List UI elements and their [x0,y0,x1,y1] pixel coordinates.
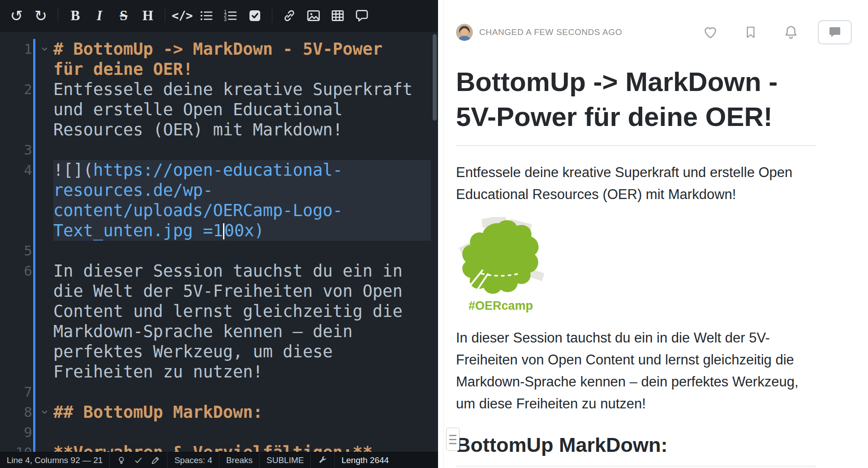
editor-line[interactable]: Content und lernst gleichzeitig die [0,301,438,321]
svg-text:3: 3 [224,17,227,22]
comment-icon [355,9,369,23]
ordered-list-icon: 123 [223,9,238,23]
doc-subheading: BottomUp MarkDown: [456,433,816,467]
task-list-icon [248,9,262,23]
editor-line[interactable]: für deine OER! [0,59,438,79]
redo-button[interactable]: ↻ [31,5,51,26]
unordered-list-icon [199,9,214,23]
doc-title: BottomUp -> MarkDown - 5V-Power für dein… [456,65,816,146]
toolbar-separator [58,9,58,22]
heading-icon: H [142,8,153,24]
fold-chevron-icon[interactable] [35,39,53,59]
open-comments-button[interactable] [818,20,852,44]
editor-line[interactable]: 4![](https://open-educational- [0,160,438,180]
editor-line[interactable]: perfektes Werkzeug, um diese [0,342,438,362]
redo-icon: ↻ [34,7,47,25]
statusbar-tools [109,452,167,468]
heading-button[interactable]: H [138,5,158,26]
preview-topbar: CHANGED A FEW SECONDS AGO [444,0,868,47]
cursor-position: Line 4, Columns 92 — 21 [0,452,109,468]
bold-button[interactable]: B [65,5,85,26]
editor-rows: 1# BottomUp -> MarkDown - 5V-Powerfür de… [0,39,438,452]
keymap-setting[interactable]: SUBLIME [259,452,310,468]
ordered-list-button[interactable]: 123 [221,5,241,26]
doc-paragraph: Entfessele deine kreative Superkraft und… [456,161,816,205]
editor-line[interactable]: 8## BottomUp MarkDown: [0,402,438,422]
breaks-setting[interactable]: Breaks [219,452,259,468]
spellcheck-icon[interactable] [133,455,143,465]
chat-bubble-icon [828,25,842,39]
editor-scrollbar[interactable] [433,34,437,121]
edit-mode-icon[interactable] [150,455,160,465]
editor-line[interactable]: Resources (OER) mit Markdown! [0,120,438,140]
bell-icon [783,25,799,40]
logo-caption: #OERcamp [468,299,533,312]
editor-line[interactable]: 10**Verwahren & Vervielfältigen:** [0,442,438,452]
editor-line[interactable]: 7 [0,382,438,402]
doc-paragraph: In dieser Session tauchst du ein in die … [456,327,816,415]
strikethrough-button[interactable]: S [114,5,133,26]
preferences-button[interactable] [310,452,334,468]
fold-chevron-icon[interactable] [35,402,53,422]
bookmark-button[interactable] [742,23,760,41]
editor-line[interactable]: 1# BottomUp -> MarkDown - 5V-Power [0,39,438,59]
link-icon [282,9,296,23]
code-icon: </> [172,9,193,22]
editor-line[interactable]: Freiheiten zu nutzen! [0,362,438,382]
app-window: ↺ ↻ B I S H </> 123 [0,0,868,468]
undo-icon: ↺ [10,7,23,25]
editor-line[interactable]: resources.de/wp- [0,180,438,200]
image-icon [306,9,321,23]
doc-length: Length 2644 [334,452,395,468]
editor-line[interactable]: 6In dieser Session tauchst du ein in [0,261,438,281]
editor-line[interactable]: 9 [0,422,438,442]
editor-surface[interactable]: 1# BottomUp -> MarkDown - 5V-Powerfür de… [0,32,438,452]
italic-button[interactable]: I [90,5,109,26]
pane-divider[interactable] [438,0,443,468]
italic-icon: I [97,8,102,24]
last-changed-label: CHANGED A FEW SECONDS AGO [479,27,622,37]
night-mode-icon[interactable] [116,455,126,465]
editor-line[interactable]: Text_unten.jpg =100x) [0,221,438,241]
editor-line[interactable]: Markdown-Sprache kennen – dein [0,321,438,342]
like-button[interactable] [701,23,719,41]
toolbar-separator [272,9,272,22]
oercamp-logo-image: #OERcamp [456,217,546,313]
editor-line[interactable]: content/uploads/OERCamp-Logo- [0,200,438,221]
task-list-button[interactable] [245,5,265,26]
avatar[interactable] [456,24,473,41]
image-button[interactable] [304,5,323,26]
code-button[interactable]: </> [172,5,192,26]
editor-line[interactable]: und erstelle Open Educational [0,100,438,120]
strikethrough-icon: S [120,8,127,24]
flame-shape [462,220,538,294]
editor-pane: ↺ ↻ B I S H </> 123 [0,0,438,468]
editor-toolbar: ↺ ↻ B I S H </> 123 [0,0,438,32]
spaces-setting[interactable]: Spaces: 4 [167,452,219,468]
bold-icon: B [71,8,80,24]
rendered-document: BottomUp -> MarkDown - 5V-Power für dein… [444,65,868,467]
undo-button[interactable]: ↺ [7,5,26,26]
wrench-icon [318,455,327,465]
statusbar: Line 4, Columns 92 — 21 Spaces: 4 Breaks… [0,452,438,468]
bookmark-icon [743,25,758,39]
notifications-button[interactable] [782,23,800,41]
unordered-list-button[interactable] [197,5,216,26]
heart-icon [703,25,718,40]
table-button[interactable] [328,5,348,26]
toolbar-separator [165,9,165,22]
split-drag-handle[interactable] [446,428,460,451]
link-button[interactable] [279,5,299,26]
editor-line[interactable]: 3 [0,140,438,160]
editor-line[interactable]: 2Entfessele deine kreative Superkraft [0,79,438,100]
editor-line[interactable]: 5 [0,241,438,261]
editor-line[interactable]: die Welt der 5V-Freiheiten von Open [0,281,438,301]
table-icon [331,9,345,23]
preview-pane: CHANGED A FEW SECONDS AGO BottomUp -> Ma… [443,0,868,468]
comment-button[interactable] [352,5,372,26]
